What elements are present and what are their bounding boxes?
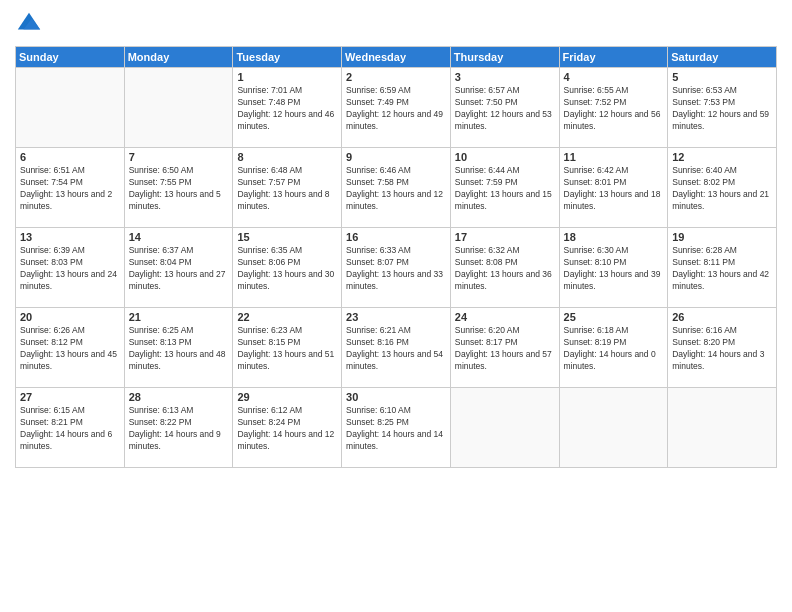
day-info: Sunrise: 6:50 AM Sunset: 7:55 PM Dayligh… <box>129 165 229 213</box>
calendar-cell: 10Sunrise: 6:44 AM Sunset: 7:59 PM Dayli… <box>450 148 559 228</box>
day-info: Sunrise: 6:26 AM Sunset: 8:12 PM Dayligh… <box>20 325 120 373</box>
calendar-cell: 14Sunrise: 6:37 AM Sunset: 8:04 PM Dayli… <box>124 228 233 308</box>
calendar-day-header: Monday <box>124 47 233 68</box>
day-number: 3 <box>455 71 555 83</box>
calendar-cell: 12Sunrise: 6:40 AM Sunset: 8:02 PM Dayli… <box>668 148 777 228</box>
day-info: Sunrise: 6:55 AM Sunset: 7:52 PM Dayligh… <box>564 85 664 133</box>
calendar-cell: 18Sunrise: 6:30 AM Sunset: 8:10 PM Dayli… <box>559 228 668 308</box>
day-info: Sunrise: 6:46 AM Sunset: 7:58 PM Dayligh… <box>346 165 446 213</box>
calendar-cell: 24Sunrise: 6:20 AM Sunset: 8:17 PM Dayli… <box>450 308 559 388</box>
day-number: 16 <box>346 231 446 243</box>
calendar-day-header: Wednesday <box>342 47 451 68</box>
calendar-cell <box>124 68 233 148</box>
day-number: 13 <box>20 231 120 243</box>
calendar-week-row: 1Sunrise: 7:01 AM Sunset: 7:48 PM Daylig… <box>16 68 777 148</box>
calendar-cell: 21Sunrise: 6:25 AM Sunset: 8:13 PM Dayli… <box>124 308 233 388</box>
day-info: Sunrise: 6:42 AM Sunset: 8:01 PM Dayligh… <box>564 165 664 213</box>
calendar-cell: 5Sunrise: 6:53 AM Sunset: 7:53 PM Daylig… <box>668 68 777 148</box>
day-number: 23 <box>346 311 446 323</box>
day-number: 17 <box>455 231 555 243</box>
day-number: 8 <box>237 151 337 163</box>
calendar-cell: 4Sunrise: 6:55 AM Sunset: 7:52 PM Daylig… <box>559 68 668 148</box>
calendar-cell: 8Sunrise: 6:48 AM Sunset: 7:57 PM Daylig… <box>233 148 342 228</box>
day-info: Sunrise: 6:15 AM Sunset: 8:21 PM Dayligh… <box>20 405 120 453</box>
day-info: Sunrise: 6:59 AM Sunset: 7:49 PM Dayligh… <box>346 85 446 133</box>
calendar-cell: 6Sunrise: 6:51 AM Sunset: 7:54 PM Daylig… <box>16 148 125 228</box>
day-number: 28 <box>129 391 229 403</box>
day-number: 19 <box>672 231 772 243</box>
day-number: 25 <box>564 311 664 323</box>
day-info: Sunrise: 6:44 AM Sunset: 7:59 PM Dayligh… <box>455 165 555 213</box>
calendar-cell: 30Sunrise: 6:10 AM Sunset: 8:25 PM Dayli… <box>342 388 451 468</box>
calendar-table: SundayMondayTuesdayWednesdayThursdayFrid… <box>15 46 777 468</box>
day-number: 24 <box>455 311 555 323</box>
day-info: Sunrise: 6:48 AM Sunset: 7:57 PM Dayligh… <box>237 165 337 213</box>
day-number: 10 <box>455 151 555 163</box>
calendar-week-row: 27Sunrise: 6:15 AM Sunset: 8:21 PM Dayli… <box>16 388 777 468</box>
day-number: 11 <box>564 151 664 163</box>
day-number: 5 <box>672 71 772 83</box>
calendar-header-row: SundayMondayTuesdayWednesdayThursdayFrid… <box>16 47 777 68</box>
calendar-week-row: 13Sunrise: 6:39 AM Sunset: 8:03 PM Dayli… <box>16 228 777 308</box>
day-number: 14 <box>129 231 229 243</box>
day-number: 30 <box>346 391 446 403</box>
day-info: Sunrise: 6:39 AM Sunset: 8:03 PM Dayligh… <box>20 245 120 293</box>
day-info: Sunrise: 6:20 AM Sunset: 8:17 PM Dayligh… <box>455 325 555 373</box>
calendar-cell: 22Sunrise: 6:23 AM Sunset: 8:15 PM Dayli… <box>233 308 342 388</box>
calendar-cell <box>668 388 777 468</box>
calendar-cell: 23Sunrise: 6:21 AM Sunset: 8:16 PM Dayli… <box>342 308 451 388</box>
page-header <box>15 10 777 38</box>
calendar-cell <box>450 388 559 468</box>
calendar-cell <box>16 68 125 148</box>
day-info: Sunrise: 6:33 AM Sunset: 8:07 PM Dayligh… <box>346 245 446 293</box>
day-number: 9 <box>346 151 446 163</box>
day-info: Sunrise: 6:53 AM Sunset: 7:53 PM Dayligh… <box>672 85 772 133</box>
day-info: Sunrise: 6:57 AM Sunset: 7:50 PM Dayligh… <box>455 85 555 133</box>
day-info: Sunrise: 6:12 AM Sunset: 8:24 PM Dayligh… <box>237 405 337 453</box>
calendar-cell: 16Sunrise: 6:33 AM Sunset: 8:07 PM Dayli… <box>342 228 451 308</box>
day-info: Sunrise: 6:25 AM Sunset: 8:13 PM Dayligh… <box>129 325 229 373</box>
day-number: 6 <box>20 151 120 163</box>
day-number: 4 <box>564 71 664 83</box>
logo <box>15 10 47 38</box>
day-number: 2 <box>346 71 446 83</box>
day-info: Sunrise: 6:35 AM Sunset: 8:06 PM Dayligh… <box>237 245 337 293</box>
day-info: Sunrise: 6:30 AM Sunset: 8:10 PM Dayligh… <box>564 245 664 293</box>
day-number: 20 <box>20 311 120 323</box>
calendar-cell: 1Sunrise: 7:01 AM Sunset: 7:48 PM Daylig… <box>233 68 342 148</box>
day-info: Sunrise: 6:28 AM Sunset: 8:11 PM Dayligh… <box>672 245 772 293</box>
calendar-week-row: 6Sunrise: 6:51 AM Sunset: 7:54 PM Daylig… <box>16 148 777 228</box>
logo-icon <box>15 10 43 38</box>
day-info: Sunrise: 6:23 AM Sunset: 8:15 PM Dayligh… <box>237 325 337 373</box>
day-number: 15 <box>237 231 337 243</box>
calendar-cell: 11Sunrise: 6:42 AM Sunset: 8:01 PM Dayli… <box>559 148 668 228</box>
calendar-week-row: 20Sunrise: 6:26 AM Sunset: 8:12 PM Dayli… <box>16 308 777 388</box>
day-number: 1 <box>237 71 337 83</box>
day-number: 27 <box>20 391 120 403</box>
calendar-cell: 29Sunrise: 6:12 AM Sunset: 8:24 PM Dayli… <box>233 388 342 468</box>
calendar-day-header: Friday <box>559 47 668 68</box>
day-number: 22 <box>237 311 337 323</box>
calendar-day-header: Saturday <box>668 47 777 68</box>
calendar-day-header: Thursday <box>450 47 559 68</box>
calendar-day-header: Sunday <box>16 47 125 68</box>
calendar-cell: 27Sunrise: 6:15 AM Sunset: 8:21 PM Dayli… <box>16 388 125 468</box>
day-number: 12 <box>672 151 772 163</box>
day-info: Sunrise: 6:40 AM Sunset: 8:02 PM Dayligh… <box>672 165 772 213</box>
day-info: Sunrise: 6:18 AM Sunset: 8:19 PM Dayligh… <box>564 325 664 373</box>
calendar-cell: 28Sunrise: 6:13 AM Sunset: 8:22 PM Dayli… <box>124 388 233 468</box>
day-number: 21 <box>129 311 229 323</box>
day-info: Sunrise: 6:32 AM Sunset: 8:08 PM Dayligh… <box>455 245 555 293</box>
calendar-day-header: Tuesday <box>233 47 342 68</box>
calendar-cell: 15Sunrise: 6:35 AM Sunset: 8:06 PM Dayli… <box>233 228 342 308</box>
day-number: 18 <box>564 231 664 243</box>
day-number: 7 <box>129 151 229 163</box>
day-info: Sunrise: 6:37 AM Sunset: 8:04 PM Dayligh… <box>129 245 229 293</box>
calendar-cell: 26Sunrise: 6:16 AM Sunset: 8:20 PM Dayli… <box>668 308 777 388</box>
calendar-cell: 20Sunrise: 6:26 AM Sunset: 8:12 PM Dayli… <box>16 308 125 388</box>
day-info: Sunrise: 6:13 AM Sunset: 8:22 PM Dayligh… <box>129 405 229 453</box>
calendar-cell: 3Sunrise: 6:57 AM Sunset: 7:50 PM Daylig… <box>450 68 559 148</box>
day-number: 26 <box>672 311 772 323</box>
day-info: Sunrise: 6:10 AM Sunset: 8:25 PM Dayligh… <box>346 405 446 453</box>
calendar-cell: 7Sunrise: 6:50 AM Sunset: 7:55 PM Daylig… <box>124 148 233 228</box>
